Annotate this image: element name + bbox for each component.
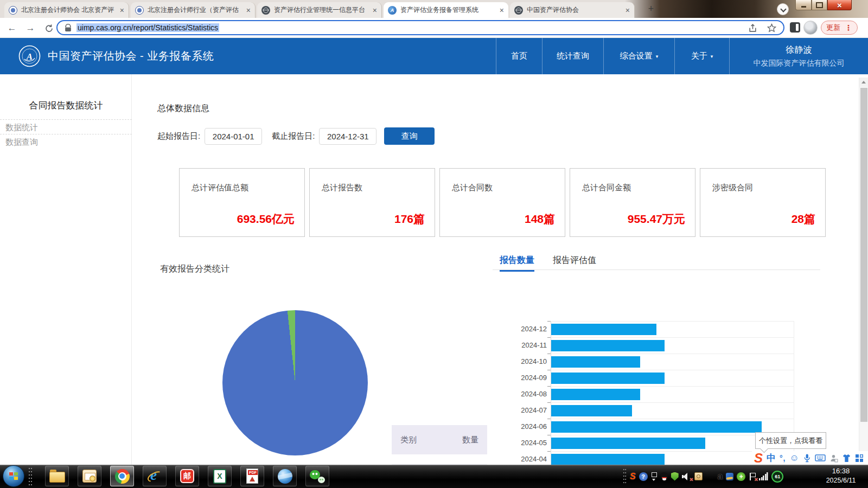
side-panel-icon[interactable]: [790, 22, 800, 33]
axis-tick: [547, 419, 551, 419]
browser-tab[interactable]: 中国资产评估协会×: [510, 2, 635, 18]
bar[interactable]: [551, 389, 640, 400]
bar[interactable]: [551, 373, 665, 384]
profile-avatar[interactable]: [803, 21, 818, 35]
explorer-taskbar-button[interactable]: [45, 466, 69, 486]
minimize-button[interactable]: [795, 0, 812, 10]
url-bar[interactable]: uimp.cas.org.cn/report/Statistics/Statis…: [56, 20, 784, 35]
sidebar-item-2[interactable]: 数据查询: [0, 134, 132, 149]
tab-title: 资产评估业务报备管理系统: [400, 5, 497, 15]
skin-icon[interactable]: [842, 454, 851, 463]
blue-globe-taskbar-button[interactable]: [273, 466, 297, 486]
stat-card-title: 涉密级合同: [712, 183, 825, 193]
show-hidden-tray-icon[interactable]: [651, 472, 658, 481]
maximize-button[interactable]: [812, 0, 827, 10]
pie-chart[interactable]: [222, 310, 368, 455]
menu-item-3[interactable]: 综合设置▾: [603, 38, 674, 74]
close-tab-icon[interactable]: ×: [373, 7, 377, 14]
grid-line: [551, 402, 794, 403]
bar[interactable]: [551, 421, 762, 433]
bar[interactable]: [551, 405, 632, 416]
sogou-tooltip[interactable]: 个性设置，点我看看: [755, 432, 826, 449]
excel-taskbar-button[interactable]: X: [208, 466, 232, 486]
close-tab-icon[interactable]: ×: [246, 7, 251, 14]
close-tab-icon[interactable]: ×: [500, 7, 504, 14]
menu-item-2[interactable]: 统计查询: [542, 38, 603, 74]
help-tray-icon[interactable]: ?: [639, 472, 648, 481]
red-x-icon: ×: [690, 477, 693, 483]
user-menu[interactable]: 徐静波中发国际资产评估有限公司: [729, 38, 868, 74]
pdf-reader-taskbar-button[interactable]: PDF: [240, 466, 264, 486]
close-tab-icon[interactable]: ×: [626, 7, 630, 14]
menu-item-4[interactable]: 关于▾: [674, 38, 729, 74]
bar[interactable]: [551, 454, 665, 465]
menu-kebab-icon[interactable]: ⋮: [845, 25, 852, 30]
wechat-taskbar-button[interactable]: [305, 466, 329, 486]
reload-button[interactable]: [42, 22, 55, 35]
url-text[interactable]: uimp.cas.org.cn/report/Statistics/Statis…: [76, 23, 219, 32]
toolbox-icon[interactable]: [855, 454, 864, 463]
stat-card: 总计评估值总额693.56亿元: [179, 168, 305, 237]
back-button[interactable]: ←: [5, 22, 18, 35]
sogou-logo-icon[interactable]: S: [754, 452, 763, 465]
mail-client-taskbar-button[interactable]: [78, 466, 101, 486]
bar-chart-row: 2024-12: [512, 321, 820, 337]
bar[interactable]: [551, 438, 705, 449]
taskbar-clock[interactable]: 16:38 2025/6/11: [816, 466, 866, 485]
network-signal-tray-icon[interactable]: [759, 472, 768, 480]
sogou-tray-icon[interactable]: S: [630, 472, 636, 481]
qq-tray-icon[interactable]: [661, 472, 668, 481]
browser-tab[interactable]: 资产评估业务报备管理系统×: [384, 2, 508, 18]
china-mail-taskbar-button[interactable]: 邮: [175, 466, 199, 486]
start-button[interactable]: [3, 465, 24, 487]
close-tab-icon[interactable]: ×: [120, 7, 124, 14]
globe-favicon: [261, 6, 270, 15]
query-button[interactable]: 查询: [384, 127, 435, 145]
action-center-flag-tray-icon[interactable]: ×: [749, 472, 756, 481]
tab-search-icon[interactable]: [777, 3, 789, 15]
keyboard-icon[interactable]: [815, 454, 826, 462]
account-icon[interactable]: [829, 454, 838, 463]
share-icon[interactable]: [748, 23, 757, 33]
browser-tab[interactable]: 资产评估行业管理统一信息平台×: [257, 2, 382, 18]
volume-muted-tray-icon[interactable]: ×: [682, 472, 691, 481]
bar-category-label: 2024-09: [512, 370, 547, 386]
qq-protect-tray-icon[interactable]: [726, 473, 733, 480]
institute-emblem-favicon: [9, 6, 17, 15]
bookmark-star-icon[interactable]: [767, 23, 776, 33]
new-tab-button[interactable]: +: [646, 4, 656, 15]
end-date-input[interactable]: [319, 128, 376, 145]
punctuation-icon[interactable]: °,: [780, 454, 786, 463]
update-button[interactable]: 更新 ⋮: [821, 21, 858, 35]
browser-tab[interactable]: 北京注册会计师行业（资产评估×: [131, 2, 256, 18]
bar[interactable]: [551, 340, 665, 351]
start-date-input[interactable]: [205, 128, 262, 145]
clock-time: 16:38: [816, 466, 866, 476]
bar-category-label: 2024-04: [512, 451, 547, 465]
bar[interactable]: [551, 324, 656, 335]
page-scrollbar[interactable]: [859, 78, 868, 465]
close-button[interactable]: [827, 0, 852, 10]
stat-card-title: 总计合同金额: [582, 183, 695, 193]
bar[interactable]: [551, 356, 640, 368]
calendar-tray-icon[interactable]: [694, 472, 703, 480]
scrollbar-thumb[interactable]: [860, 88, 867, 422]
sidebar-item-1[interactable]: 数据统计: [0, 119, 132, 134]
accelerator-tray-icon[interactable]: +: [737, 472, 745, 481]
emoji-icon[interactable]: ☺: [790, 453, 799, 464]
browser-tab[interactable]: 北京注册会计师协会 北京资产评×: [4, 2, 129, 18]
chrome-taskbar-button[interactable]: [110, 466, 134, 486]
microphone-icon[interactable]: [803, 453, 811, 463]
axis-tick: [547, 337, 551, 338]
menu-item-1[interactable]: 首页: [496, 38, 542, 74]
health-ball-tray-icon[interactable]: 61: [771, 471, 783, 483]
app-glyph: 邮: [183, 471, 191, 481]
internet-explorer-taskbar-button[interactable]: [143, 466, 167, 486]
security-shield-tray-icon[interactable]: [671, 472, 679, 481]
chinese-mode-icon[interactable]: 中: [767, 452, 776, 464]
scrollbar-up-arrow[interactable]: [859, 78, 868, 87]
axis-tick: [547, 451, 551, 452]
forward-button[interactable]: →: [24, 22, 37, 35]
input-a-tray-icon[interactable]: a: [718, 471, 723, 482]
pie-chart-title: 有效报告分类统计: [160, 264, 229, 275]
